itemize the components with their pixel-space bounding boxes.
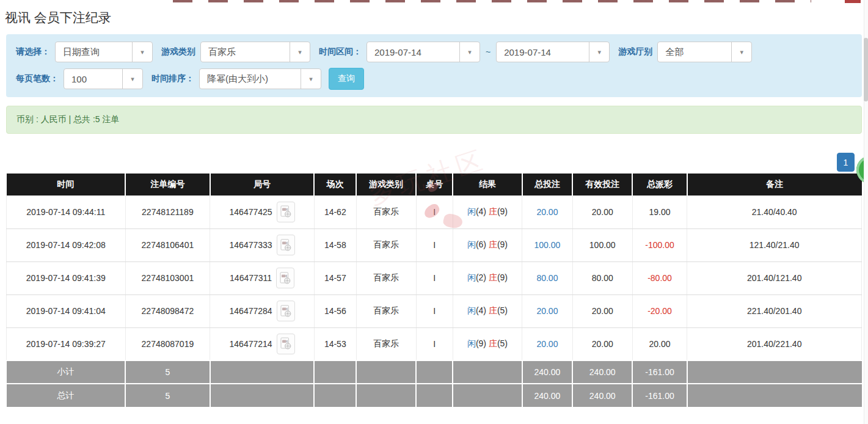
per-page-label: 每页笔数： [16,73,59,84]
sort-label: 时间排序： [151,73,194,84]
column-header: 备注 [687,174,862,196]
cell-time: 2019-07-14 09:42:08 [7,228,126,261]
scrollbar-track[interactable] [864,0,868,424]
sort-select[interactable]: 降幂(由大到小) ▾ [199,68,321,89]
cell-round: 146477284 [210,294,315,327]
cell-payout: 19.00 [632,196,687,228]
date-to-select[interactable]: 2019-07-14 ▾ [496,42,610,62]
column-header: 注单编号 [125,174,210,196]
query-type-label: 请选择： [16,46,50,57]
game-type-value: 百家乐 [201,46,243,58]
search-button[interactable]: 查询 [329,68,364,90]
result-banker-label: 庄 [489,305,497,315]
cell-remark: 21.40/40.40 [687,196,862,228]
footer-total-bet: 240.00 [522,384,573,407]
total-bet-link[interactable]: 100.00 [534,240,561,250]
cell-payout: -20.00 [632,294,687,327]
date-to-value: 2019-07-14 [497,47,558,57]
cell-bet-id: 22748121189 [125,196,210,228]
date-from-select[interactable]: 2019-07-14 ▾ [367,42,480,62]
cell-game-type: 百家乐 [356,196,416,228]
cell-table-no: I [416,196,453,228]
total-bet-link[interactable]: 80.00 [536,273,558,283]
cell-bet-id: 22748087019 [125,327,210,360]
cell-total-bet: 20.00 [522,327,573,360]
video-replay-icon [280,305,291,318]
round-number: 146477311 [230,273,272,283]
video-replay-button[interactable] [277,202,295,222]
cell-valid-bet: 80.00 [572,261,632,294]
cell-result: 闲(9) 庄(5) [453,327,522,360]
result-player-label: 闲 [467,207,476,216]
cell-payout: -100.00 [632,228,687,261]
cell-remark: 221.40/201.40 [687,294,862,327]
column-header: 局号 [210,174,315,196]
total-bet-link[interactable]: 20.00 [536,306,558,316]
scrollbar-thumb[interactable] [864,38,868,101]
video-replay-button[interactable] [277,301,295,321]
cell-remark: 121.40/21.40 [687,228,862,261]
total-bet-link[interactable]: 20.00 [536,207,558,217]
result-player-label: 闲 [467,305,476,315]
game-type-select[interactable]: 百家乐 ▾ [200,42,310,62]
cell-round: 146477333 [210,228,315,261]
column-header: 有效投注 [572,174,632,196]
footer-count: 5 [125,384,210,407]
cell-valid-bet: 20.00 [572,196,632,228]
cell-session: 14-53 [314,327,356,360]
result-player-label: 闲 [467,272,476,282]
cell-payout: -80.00 [632,261,687,294]
table-row: 2019-07-14 09:41:39 22748103001 14647731… [7,261,862,294]
hall-select[interactable]: 全部 ▾ [657,42,752,62]
result-banker-label: 庄 [489,338,497,348]
column-header: 总派彩 [632,174,687,196]
table-body: 2019-07-14 09:44:11 22748121189 14647742… [7,196,862,360]
column-header: 总投注 [522,174,573,196]
column-header: 场次 [314,174,356,196]
video-replay-icon [280,239,291,252]
video-replay-icon [280,337,291,350]
table-row: 2019-07-14 09:42:08 22748106401 14647733… [7,228,862,261]
cell-bet-id: 22748106401 [125,228,210,261]
chevron-down-icon: ▾ [132,42,152,62]
footer-label: 小计 [7,360,126,384]
round-number: 146477214 [230,339,272,349]
chevron-down-icon: ▾ [589,42,609,62]
tilde-separator: ~ [486,47,491,57]
per-page-select[interactable]: 100 ▾ [64,68,143,89]
result-banker-label: 庄 [489,207,497,216]
time-range-label: 时间区间： [319,46,362,57]
filter-row-2: 每页笔数： 100 ▾ 时间排序： 降幂(由大到小) ▾ 查询 [15,68,853,90]
table-footer: 小计 5 240.00 240.00 -161.00 总计 5 240.00 2… [7,360,862,407]
cell-time: 2019-07-14 09:39:27 [7,327,126,360]
column-header: 游戏类别 [356,174,416,196]
cell-valid-bet: 20.00 [572,294,632,327]
cell-table-no: I [416,261,453,294]
game-type-label: 游戏类别 [161,46,195,57]
footer-valid-bet: 240.00 [572,360,632,384]
filter-row-1: 请选择： 日期查询 ▾ 游戏类别 百家乐 ▾ 时间区间： 2019-07-14 … [15,42,853,62]
total-bet-link[interactable]: 20.00 [536,339,558,349]
table-footer-row: 总计 5 240.00 240.00 -161.00 [7,384,862,407]
page-1-button[interactable]: 1 [837,153,855,172]
result-player-label: 闲 [467,239,476,249]
table-row: 2019-07-14 09:39:27 22748087019 14647721… [7,327,862,360]
video-replay-button[interactable] [277,235,295,255]
cell-bet-id: 22748098472 [125,294,210,327]
cell-payout: 20.00 [632,327,687,360]
table-row: 2019-07-14 09:44:11 22748121189 14647742… [7,196,862,228]
footer-payout: -161.00 [632,360,687,384]
video-replay-button[interactable] [277,334,295,354]
cell-time: 2019-07-14 09:41:39 [7,261,126,294]
summary-bar: 币别 : 人民币 | 总共 :5 注单 [6,106,862,134]
cell-round: 146477311 [210,261,315,294]
video-replay-button[interactable] [276,268,294,288]
chevron-down-icon: ▾ [290,42,310,62]
chevron-down-icon: ▾ [731,42,751,62]
column-header: 结果 [453,174,522,196]
query-type-select[interactable]: 日期查询 ▾ [55,42,153,62]
cell-valid-bet: 20.00 [572,327,632,360]
cell-session: 14-56 [314,294,356,327]
date-from-value: 2019-07-14 [367,47,429,57]
hall-label: 游戏厅别 [618,46,652,57]
